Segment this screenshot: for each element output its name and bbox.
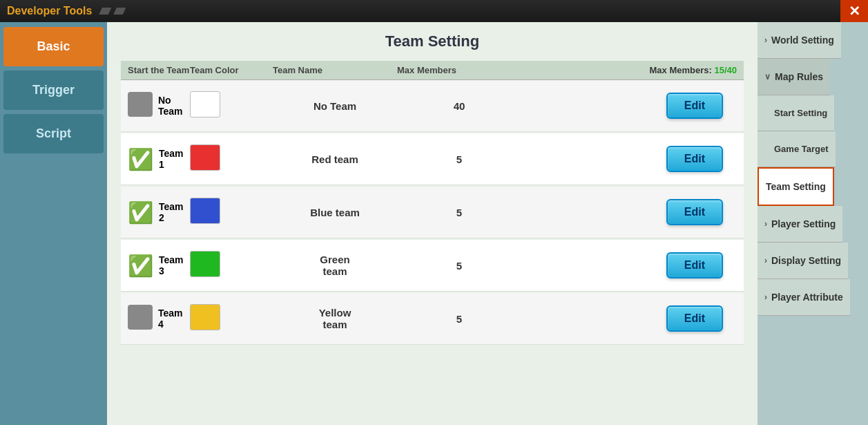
right-sidebar-items: ›World Setting∨Map RulesStart SettingGam… xyxy=(758,22,868,316)
right-sidebar-display-setting-label: Display Setting xyxy=(771,255,841,266)
team-display-name: No Team xyxy=(273,100,397,112)
col-max-members: Max Members xyxy=(397,65,521,75)
team-color-box xyxy=(190,144,220,171)
chevron-world-setting-icon: › xyxy=(764,35,767,45)
table-row: ✅Team 3Green team5Edit xyxy=(121,240,744,292)
app-title: Developer Tools xyxy=(7,5,92,17)
edit-button-cell: Edit xyxy=(521,305,737,332)
right-sidebar-team-setting-label: Team Setting xyxy=(766,181,826,192)
team-start-icon: ✅ xyxy=(128,147,153,171)
team-color-cell xyxy=(190,198,273,227)
right-sidebar-world-setting[interactable]: ›World Setting xyxy=(758,22,841,59)
max-members-value: 15/40 xyxy=(714,65,737,75)
team-color-cell xyxy=(190,91,273,120)
checkbox-checked-icon: ✅ xyxy=(128,254,153,277)
app-window: Developer Tools ✕ Basic Trigger Script T… xyxy=(0,0,868,425)
edit-button-cell: Edit xyxy=(521,199,737,225)
team-display-name: Green team xyxy=(273,254,397,277)
team-max-members: 5 xyxy=(397,260,521,272)
team-display-name: Blue team xyxy=(273,207,397,218)
team-color-cell xyxy=(190,304,273,333)
edit-button[interactable]: Edit xyxy=(666,93,723,119)
team-start-cell: ✅Team 3 xyxy=(128,254,190,278)
team-label: Team 2 xyxy=(159,201,190,223)
left-sidebar: Basic Trigger Script xyxy=(0,22,107,425)
chevron-player-attribute-icon: › xyxy=(764,292,767,302)
title-bar: Developer Tools ✕ xyxy=(0,0,868,22)
right-sidebar-player-setting-label: Player Setting xyxy=(771,218,836,229)
edit-button-cell: Edit xyxy=(521,93,737,119)
main-content: Team Setting Start the Team Team Color T… xyxy=(107,22,758,425)
checkbox-unchecked-icon xyxy=(128,305,153,330)
team-max-members: 5 xyxy=(397,207,521,218)
title-decoration xyxy=(99,8,126,15)
col-max-members-count: Max Members: 15/40 xyxy=(521,65,737,75)
team-color-box xyxy=(190,304,220,330)
team-color-cell xyxy=(190,144,273,173)
edit-button-cell: Edit xyxy=(521,146,737,172)
col-team-color: Team Color xyxy=(190,65,273,75)
edit-button-cell: Edit xyxy=(521,252,737,278)
team-label: Team 3 xyxy=(159,254,190,276)
right-sidebar-player-attribute[interactable]: ›Player Attribute xyxy=(758,279,850,316)
right-sidebar-start-setting[interactable]: Start Setting xyxy=(758,95,834,131)
team-start-cell: ✅Team 2 xyxy=(128,200,190,225)
team-label: Team 1 xyxy=(159,148,190,170)
team-start-icon: ✅ xyxy=(128,200,153,225)
table-row: Team 4Yellow team5Edit xyxy=(121,293,744,345)
checkbox-unchecked-icon xyxy=(128,92,153,117)
right-sidebar-map-rules[interactable]: ∨Map Rules xyxy=(758,59,830,95)
chevron-player-setting-icon: › xyxy=(764,219,767,229)
team-color-cell xyxy=(190,251,273,280)
team-label: Team 4 xyxy=(158,308,190,330)
team-start-cell: Team 4 xyxy=(128,305,190,332)
right-sidebar-display-setting[interactable]: ›Display Setting xyxy=(758,243,848,279)
chevron-map-rules-icon: ∨ xyxy=(764,72,771,82)
sidebar-script-button[interactable]: Script xyxy=(3,114,104,153)
deco2 xyxy=(113,8,126,15)
table-row: No TeamNo Team40Edit xyxy=(121,80,744,132)
team-start-icon: ✅ xyxy=(128,254,153,278)
right-sidebar-player-setting[interactable]: ›Player Setting xyxy=(758,206,842,243)
team-max-members: 5 xyxy=(397,153,521,165)
checkbox-checked-icon: ✅ xyxy=(128,201,153,224)
team-start-cell: No Team xyxy=(128,92,190,120)
right-sidebar-team-setting[interactable]: Team Setting xyxy=(758,167,834,206)
content-area: Basic Trigger Script Team Setting Start … xyxy=(0,22,868,425)
team-color-box xyxy=(190,251,220,277)
right-sidebar-game-target-label: Game Target xyxy=(774,144,829,154)
team-start-cell: ✅Team 1 xyxy=(128,147,190,171)
team-max-members: 5 xyxy=(397,313,521,325)
page-title: Team Setting xyxy=(121,32,744,50)
right-sidebar-map-rules-label: Map Rules xyxy=(775,71,823,82)
team-label: No Team xyxy=(158,95,190,117)
close-button[interactable]: ✕ xyxy=(840,0,868,22)
deco1 xyxy=(99,8,111,15)
team-table: No TeamNo Team40Edit✅Team 1Red team5Edit… xyxy=(121,80,744,345)
table-row: ✅Team 1Red team5Edit xyxy=(121,133,744,185)
team-start-icon xyxy=(128,305,153,332)
right-sidebar: ›World Setting∨Map RulesStart SettingGam… xyxy=(758,22,868,425)
chevron-display-setting-icon: › xyxy=(764,256,767,265)
edit-button[interactable]: Edit xyxy=(666,305,723,332)
team-display-name: Red team xyxy=(273,153,397,165)
checkbox-checked-icon: ✅ xyxy=(128,148,153,171)
sidebar-basic-button[interactable]: Basic xyxy=(3,27,104,66)
right-sidebar-player-attribute-label: Player Attribute xyxy=(771,292,843,303)
right-sidebar-start-setting-label: Start Setting xyxy=(774,108,827,118)
team-max-members: 40 xyxy=(397,100,521,112)
team-color-box xyxy=(190,91,220,117)
sidebar-trigger-button[interactable]: Trigger xyxy=(3,70,104,110)
right-sidebar-game-target[interactable]: Game Target xyxy=(758,131,836,167)
team-display-name: Yellow team xyxy=(273,307,397,330)
team-start-icon xyxy=(128,92,153,120)
team-color-box xyxy=(190,198,220,224)
edit-button[interactable]: Edit xyxy=(666,252,723,278)
col-start-team: Start the Team xyxy=(128,65,190,75)
table-header: Start the Team Team Color Team Name Max … xyxy=(121,61,744,80)
col-team-name: Team Name xyxy=(273,65,397,75)
edit-button[interactable]: Edit xyxy=(666,199,723,225)
table-row: ✅Team 2Blue team5Edit xyxy=(121,187,744,238)
right-sidebar-world-setting-label: World Setting xyxy=(771,35,834,46)
edit-button[interactable]: Edit xyxy=(666,146,723,172)
